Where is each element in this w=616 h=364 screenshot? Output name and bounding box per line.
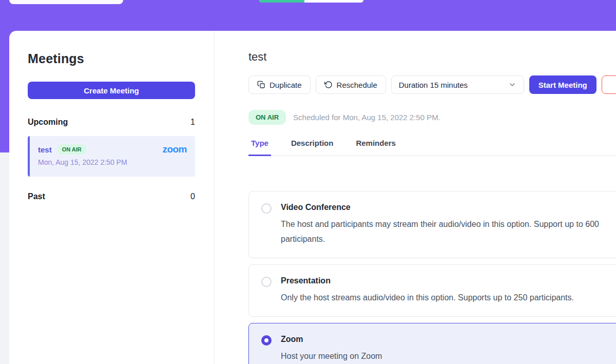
- toolbar: Duplicate Reschedule Duration 15 minutes…: [248, 75, 616, 94]
- upcoming-count: 1: [190, 118, 195, 127]
- meeting-type-options: Video Conference The host and participan…: [248, 191, 616, 364]
- duplicate-label: Duplicate: [270, 81, 302, 89]
- start-meeting-button[interactable]: Start Meeting: [529, 75, 596, 94]
- meeting-list-item[interactable]: test ON AIR zoom Mon, Aug 15, 2022 2:50 …: [28, 136, 195, 177]
- refresh-icon: [324, 81, 333, 89]
- option-description: Host your meeting on Zoom: [281, 349, 382, 363]
- scheduled-text: Scheduled for Mon, Aug 15, 2022 2:50 PM.: [293, 113, 440, 122]
- content-panel: Meetings Create Meeting Upcoming 1 test …: [9, 31, 616, 364]
- option-description: Only the host streams audio/video in thi…: [281, 290, 574, 305]
- zoom-logo: zoom: [162, 144, 187, 155]
- option-title: Video Conference: [281, 203, 616, 212]
- past-label: Past: [28, 192, 45, 201]
- radio-checked-icon[interactable]: [261, 335, 272, 346]
- meetings-sidebar: Meetings Create Meeting Upcoming 1 test …: [9, 31, 215, 364]
- meeting-title: test: [248, 50, 616, 64]
- create-meeting-button[interactable]: Create Meeting: [28, 82, 195, 99]
- reschedule-label: Reschedule: [337, 81, 377, 89]
- radio-unchecked-icon[interactable]: [261, 277, 272, 287]
- meeting-detail: test Duplicate Reschedule Duration 15 mi…: [215, 31, 616, 364]
- radio-unchecked-icon[interactable]: [261, 203, 272, 214]
- tab-description[interactable]: Description: [288, 136, 336, 156]
- copy-icon: [257, 81, 265, 89]
- detail-tabs: Type Description Reminders: [248, 136, 616, 156]
- option-title: Zoom: [281, 335, 382, 344]
- on-air-badge: ON AIR: [57, 144, 87, 155]
- option-title: Presentation: [281, 276, 574, 285]
- duration-value: Duration 15 minutes: [399, 81, 468, 89]
- on-air-status-badge: ON AIR: [248, 110, 286, 125]
- tab-type[interactable]: Type: [248, 136, 271, 156]
- option-zoom[interactable]: Zoom Host your meeting on Zoom: [248, 323, 616, 364]
- past-section-header[interactable]: Past 0: [28, 192, 195, 201]
- option-video-conference[interactable]: Video Conference The host and participan…: [248, 191, 616, 258]
- upcoming-section-header[interactable]: Upcoming 1: [28, 118, 195, 127]
- meeting-name: test: [38, 145, 52, 154]
- duration-select[interactable]: Duration 15 minutes: [391, 75, 524, 94]
- delete-button-cutoff[interactable]: [602, 75, 616, 94]
- tab-reminders[interactable]: Reminders: [353, 136, 398, 156]
- cutoff-header-element: [9, 0, 123, 4]
- reschedule-button[interactable]: Reschedule: [316, 75, 386, 94]
- duplicate-button[interactable]: Duplicate: [248, 75, 311, 94]
- upcoming-label: Upcoming: [28, 118, 68, 127]
- page-title: Meetings: [28, 51, 195, 66]
- toast-notification: [259, 0, 363, 3]
- past-count: 0: [190, 192, 195, 201]
- status-row: ON AIR Scheduled for Mon, Aug 15, 2022 2…: [248, 110, 616, 125]
- option-description: The host and participants may stream the…: [281, 217, 616, 246]
- chevron-down-icon: [508, 81, 516, 89]
- meeting-datetime: Mon, Aug 15, 2022 2:50 PM: [38, 158, 187, 166]
- option-presentation[interactable]: Presentation Only the host streams audio…: [248, 264, 616, 317]
- toast-progress-bar: [259, 0, 304, 3]
